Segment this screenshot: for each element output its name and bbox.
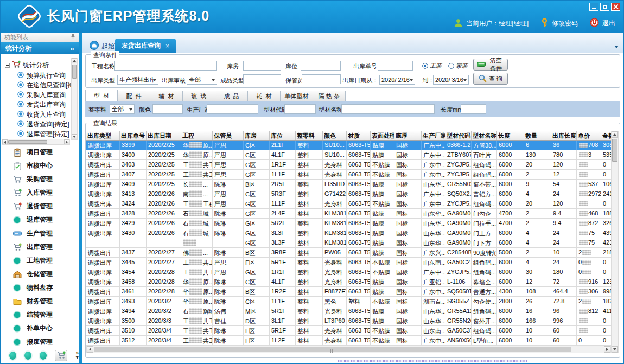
sidebar-menu-item[interactable]: 退库管理 (1, 213, 79, 227)
tree-root-node[interactable]: 统计分析 (5, 60, 49, 70)
table-row[interactable]: 调拨出库34292020/2/26石城陈琳G区5R2F整料KLM38176063… (86, 219, 611, 228)
table-row[interactable]: 调拨出库34372020/2/27佛...陈琳B区3R8F整料PW056063-… (86, 248, 611, 258)
outbound-audit-select[interactable]: 全部 (187, 75, 217, 85)
sidebar-menu-item[interactable]: 工地管理 (1, 254, 79, 267)
collapsed-module-icon[interactable] (24, 352, 31, 360)
tree-horizontal-scrollbar[interactable] (2, 139, 70, 145)
sidebar-menu-item[interactable]: 报废管理 (1, 335, 79, 349)
table-row[interactable]: 调拨出库34542020/2/28工共工程严思G区1R1F整料光身料6063-T… (86, 267, 611, 277)
tree-vertical-scrollbar[interactable] (71, 58, 78, 140)
keeper-input[interactable] (302, 74, 341, 84)
profile-code-input[interactable] (284, 104, 316, 114)
table-row[interactable]: 调拨出库34302020/2/26石城陈琳G区3L3F整料KLM38176063… (86, 228, 611, 238)
material-tab-0[interactable]: 型 材 (85, 90, 118, 101)
date-from-select[interactable]: 2020/ 2/16 (379, 75, 415, 85)
close-button[interactable] (611, 3, 620, 11)
tree-item[interactable]: 收货入库查询 (1, 110, 74, 119)
sidebar-menu-item[interactable]: 补单中心 (1, 322, 79, 335)
sidebar-menu-item[interactable]: 仓储管理 (1, 267, 79, 281)
table-row[interactable]: 调拨出库34092020/2/25长...陈琳B区2R5F整料LI35HD606… (86, 180, 611, 189)
column-header[interactable]: 出库长度 (551, 131, 577, 140)
column-header[interactable]: 数量 (524, 131, 551, 140)
profile-name-input[interactable] (341, 104, 435, 114)
outbound-type-select[interactable]: 生产领料出库 (117, 75, 158, 85)
radio-jiazhuang[interactable]: 家装 (448, 62, 468, 70)
table-row[interactable]: 调拨出库34452020/2/27工共工程严思F区5R1F整料光身料6063-T… (86, 258, 611, 267)
sidebar-splitter[interactable] (79, 33, 82, 363)
table-row[interactable]: 调拨出库34932020/3/2华原...陈琳C区1L1F整料黑色塑料不贴膜国标… (86, 297, 611, 306)
table-row[interactable]: 调拨出库34072020/2/25工共工程严思G区1L1F整料光身料6063-T… (86, 170, 611, 180)
change-password-link[interactable]: 修改密码 (552, 19, 578, 28)
column-header[interactable]: 生产厂家 (422, 131, 445, 140)
project-name-input[interactable] (114, 61, 217, 71)
column-header[interactable]: 单价 (577, 131, 601, 140)
table-row[interactable]: 调拨出库34282020/2/26石城陈琳G区2L4F整料KLM38176063… (86, 209, 611, 219)
column-header[interactable]: 型材代码 (445, 131, 472, 140)
table-row[interactable]: 调拨出库34612020/2/28华原...陈琳B区1R2F整料F8877FT6… (86, 287, 611, 297)
sidebar-menu-item[interactable]: 审核中心 (1, 159, 79, 173)
warehouse-input[interactable] (243, 61, 281, 71)
sidebar-menu-item[interactable]: 项目管理 (1, 145, 79, 159)
table-vertical-scrollbar[interactable] (611, 131, 619, 353)
column-header[interactable]: 出库单号 (120, 131, 147, 140)
tree-item[interactable]: 发货出库查询 (1, 100, 74, 110)
table-row[interactable]: 调拨出库35122020/3/4工共工程陈琳F区1L2F整料光身料6063-T5… (86, 336, 611, 346)
tab-shipment-outbound-query[interactable]: 发货出库查询 × (115, 39, 176, 53)
location-input[interactable] (301, 61, 341, 71)
column-header[interactable]: 表面处理 (371, 131, 394, 140)
close-tab-icon[interactable]: × (165, 42, 169, 50)
column-header[interactable]: 型材名称 (472, 131, 497, 140)
color-input[interactable] (152, 104, 183, 114)
sidebar-menu-item[interactable]: 退货管理 (1, 200, 79, 213)
tree-item[interactable]: 退货查询[待定] (1, 119, 74, 129)
tree-item[interactable]: 采购入库查询 (1, 90, 74, 100)
tree-item[interactable]: 在途信息查询[待 (1, 80, 74, 90)
column-header[interactable]: 库位 (270, 131, 296, 140)
table-row[interactable]: 调拨出库33992020/2/25华原...严思C区2L1F整料SU10...6… (86, 141, 611, 150)
table-row[interactable]: 调拨出库34242020/2/26工工程严思G区1L1F整料光身料6063-T5… (86, 199, 611, 209)
collapsed-module-icon[interactable] (9, 352, 16, 360)
column-header[interactable]: 膜厚 (394, 131, 422, 140)
sidebar-group-header[interactable]: 统计分析 « (1, 42, 79, 54)
material-tab-1[interactable]: 配 件 (118, 91, 150, 101)
sidebar-menu-item[interactable]: 采购管理 (1, 173, 79, 186)
tab-list-chevron-icon[interactable] (614, 46, 619, 50)
minimize-button[interactable] (589, 3, 598, 11)
tree-expander-icon[interactable] (5, 63, 10, 68)
collapsed-module-icon[interactable] (40, 352, 47, 360)
column-header[interactable]: 长度 (497, 131, 524, 140)
column-header[interactable]: 材质 (347, 131, 371, 140)
table-row[interactable]: 调拨出库34002020/2/25华原...严思C区4L1F整料SU10...6… (86, 150, 611, 160)
collapsed-cart-button[interactable] (55, 350, 68, 361)
sidebar-menu-item[interactable]: 物料盘存 (1, 281, 79, 295)
table-row[interactable]: 调拨出库34582020/2/28华原...陈琳C区4L1F整料光身料6063-… (86, 277, 611, 287)
column-header[interactable]: 工程 (181, 131, 213, 140)
column-header[interactable]: 金额 (601, 131, 611, 140)
collapse-icon[interactable]: « (71, 44, 74, 53)
table-horizontal-scrollbar[interactable] (86, 346, 611, 353)
material-tab-7[interactable]: 隔 热 条 (313, 91, 346, 101)
table-row[interactable]: 调拨出库35102020/3/4工共工程陈琳F区5R1F整料光身料6063-T5… (86, 326, 611, 336)
table-row[interactable]: 调拨出库34032020/2/25工共工程严思G区1R1F整料光身料6063-T… (86, 160, 611, 170)
pin-icon[interactable] (71, 34, 75, 41)
tree-item[interactable]: 预算执行查询 (1, 71, 74, 80)
column-header[interactable]: 出库日期 (147, 131, 181, 140)
date-to-select[interactable]: 2020/ 3/16 (433, 75, 469, 85)
sidebar-menu-item[interactable]: 生产管理 (1, 227, 79, 240)
material-tab-2[interactable]: 辅 材 (150, 91, 183, 101)
table-row[interactable]: G区3L3F整料KLM38176063-T5贴膜国标山东华...GA90M09.… (86, 238, 611, 248)
maximize-button[interactable] (600, 3, 609, 11)
column-header[interactable]: 出库类型 (86, 131, 120, 140)
tree-item[interactable]: 退库管理[待定] (1, 129, 74, 139)
table-row[interactable]: 调拨出库34942020/3/2石辉城汤伟M区5R1F整料光身料6063-T5贴… (86, 306, 611, 316)
column-header[interactable]: 颜色 (323, 131, 347, 140)
sidebar-menu-item[interactable]: 出库管理 (1, 240, 79, 254)
table-row[interactable]: 调拨出库34132020/2/26南...严思C区5R3F整料G71422606… (86, 189, 611, 199)
order-no-input[interactable] (378, 61, 413, 71)
logout-link[interactable]: 退出 (602, 19, 615, 28)
search-button[interactable]: 查 询 (473, 73, 508, 85)
column-header[interactable]: 整零料 (296, 131, 323, 140)
maker-input[interactable] (207, 104, 258, 114)
sidebar-menu-item[interactable]: 结转管理 (1, 308, 79, 322)
sidebar-menu-item[interactable]: 入库管理 (1, 186, 79, 200)
